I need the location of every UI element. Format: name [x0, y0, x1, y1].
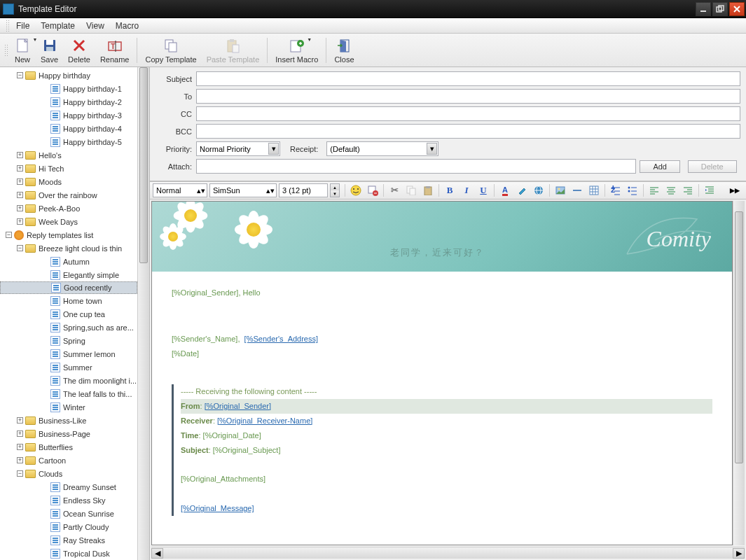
underline-icon[interactable]: U	[476, 183, 491, 198]
font-select[interactable]: SimSun▴▾	[209, 183, 277, 197]
scroll-thumb[interactable]	[735, 211, 743, 463]
tree-item[interactable]: +Over the rainbow	[0, 188, 137, 202]
save-button[interactable]: Save	[36, 35, 63, 66]
scrollbar[interactable]	[733, 201, 745, 545]
tree-item[interactable]: Ocean Sunrise	[0, 507, 137, 520]
scroll-right-icon[interactable]: ▶	[733, 548, 745, 559]
bcc-input[interactable]	[196, 124, 740, 139]
tree-item[interactable]: Autumn	[0, 255, 137, 268]
tree-item[interactable]: +Hi Tech	[0, 162, 137, 175]
copy-icon[interactable]	[403, 183, 419, 198]
close-button[interactable]	[729, 2, 745, 16]
image-icon[interactable]	[553, 183, 568, 198]
size-spinner[interactable]: ▲▼	[330, 183, 340, 197]
emoji-icon[interactable]	[348, 183, 364, 198]
tree-item[interactable]: Dreamy Sunset	[0, 480, 137, 493]
tree-item[interactable]: Happy birthday-1	[0, 82, 137, 95]
receipt-select[interactable]: (Default)▾	[326, 141, 438, 156]
indent-icon[interactable]	[702, 183, 717, 198]
horizontal-scrollbar[interactable]: ◀ ▶	[151, 547, 745, 559]
minimize-button[interactable]	[696, 2, 711, 16]
rename-button[interactable]: T Rename	[95, 35, 134, 66]
menu-macro[interactable]: Macro	[110, 19, 144, 33]
attach-input[interactable]	[196, 159, 636, 174]
tree-item[interactable]: Ray Streaks	[0, 533, 137, 547]
tree-item[interactable]: +Peek-A-Boo	[0, 202, 137, 215]
tree-item[interactable]: Winter	[0, 400, 137, 414]
add-button[interactable]: Add	[640, 160, 680, 173]
collapse-icon[interactable]: −	[17, 245, 23, 251]
table-icon[interactable]	[586, 183, 602, 198]
tree-item[interactable]: Spring	[0, 334, 137, 347]
tree-item[interactable]: Happy birthday-2	[0, 95, 137, 108]
tree-item[interactable]: −Clouds	[0, 467, 137, 480]
delete-attach-button[interactable]: Delete	[688, 160, 737, 173]
tree-item[interactable]: −Breeze light cloud is thin	[0, 241, 137, 255]
expand-icon[interactable]: +	[17, 165, 23, 172]
tree-item[interactable]: Happy birthday-5	[0, 135, 137, 148]
tree-item[interactable]: −Reply templates list	[0, 228, 137, 241]
expand-icon[interactable]: +	[17, 457, 23, 463]
style-select[interactable]: Normal▴▾	[153, 183, 207, 197]
tree-item[interactable]: Happy birthday-3	[0, 108, 137, 122]
italic-icon[interactable]: I	[459, 183, 474, 198]
copy-template-button[interactable]: Copy Template	[140, 35, 201, 66]
tree-item[interactable]: −Happy birthday	[0, 69, 137, 82]
font-color-icon[interactable]: A	[497, 183, 513, 198]
menu-view[interactable]: View	[81, 19, 110, 33]
expand-icon[interactable]: +	[17, 417, 23, 424]
tree-item[interactable]: The dim moonlight i...	[0, 374, 137, 387]
size-select[interactable]: 3 (12 pt)	[279, 183, 328, 197]
tree-item[interactable]: Happy birthday-4	[0, 122, 137, 135]
close-toolbar-button[interactable]: Close	[329, 35, 359, 66]
scroll-thumb[interactable]	[139, 67, 148, 263]
maximize-button[interactable]	[712, 2, 728, 16]
ordered-list-icon[interactable]: 12	[608, 183, 623, 198]
tree-item[interactable]: +Week Days	[0, 215, 137, 228]
menu-template[interactable]: Template	[35, 19, 81, 33]
collapse-icon[interactable]: −	[17, 470, 23, 477]
tree-item[interactable]: Spring,such as are...	[0, 321, 137, 334]
cc-input[interactable]	[196, 106, 740, 121]
cut-icon[interactable]: ✂	[387, 183, 402, 198]
new-button[interactable]: New ▼	[9, 35, 36, 66]
tree-item[interactable]: Summer	[0, 360, 137, 374]
paste-icon[interactable]	[420, 183, 436, 198]
tree-item[interactable]: +Butterflies	[0, 440, 137, 454]
expand-icon[interactable]: +	[17, 192, 23, 198]
expand-icon[interactable]: +	[17, 430, 23, 437]
tree-item[interactable]: +Business-Page	[0, 427, 137, 440]
priority-select[interactable]: Normal Priority▾	[196, 141, 280, 156]
hr-icon[interactable]	[569, 183, 585, 198]
link-icon[interactable]	[531, 183, 546, 198]
tree-item[interactable]: Endless Sky	[0, 493, 137, 507]
collapse-icon[interactable]: −	[17, 72, 23, 78]
paste-template-button[interactable]: Paste Template	[202, 35, 265, 66]
menu-file[interactable]: File	[11, 19, 35, 33]
tree-item[interactable]: One cup tea	[0, 307, 137, 321]
to-input[interactable]	[196, 89, 740, 104]
unordered-list-icon[interactable]	[625, 183, 640, 198]
tree-item[interactable]: Summer lemon	[0, 347, 137, 360]
email-body[interactable]: [%Original_Sender], Hello [%Sender's_Nam…	[152, 272, 732, 530]
tree-item[interactable]: Home town	[0, 294, 137, 307]
template-tree[interactable]: −Happy birthdayHappy birthday-1Happy bir…	[0, 67, 137, 560]
scrollbar[interactable]	[137, 67, 149, 560]
subject-input[interactable]	[196, 71, 740, 86]
collapse-icon[interactable]: −	[6, 232, 12, 238]
align-left-icon[interactable]	[647, 183, 662, 198]
highlight-icon[interactable]	[514, 183, 530, 198]
overflow-icon[interactable]: ▶▶	[727, 183, 742, 198]
insert-macro-button[interactable]: Insert Macro ▼	[270, 35, 323, 66]
expand-icon[interactable]: +	[17, 152, 23, 158]
tree-item[interactable]: Good recently	[0, 281, 137, 294]
expand-icon[interactable]: +	[17, 218, 23, 225]
tree-item[interactable]: +Cartoon	[0, 454, 137, 467]
scroll-left-icon[interactable]: ◀	[151, 548, 163, 559]
editor[interactable]: 老同学，近来可好？ Comity [%Original_Sender], Hel…	[151, 201, 733, 545]
expand-icon[interactable]: +	[17, 205, 23, 211]
expand-icon[interactable]: +	[17, 444, 23, 450]
expand-icon[interactable]: +	[17, 178, 23, 185]
tree-item[interactable]: Tropical Dusk	[0, 547, 137, 560]
tree-item[interactable]: Elegantly simple	[0, 268, 137, 281]
